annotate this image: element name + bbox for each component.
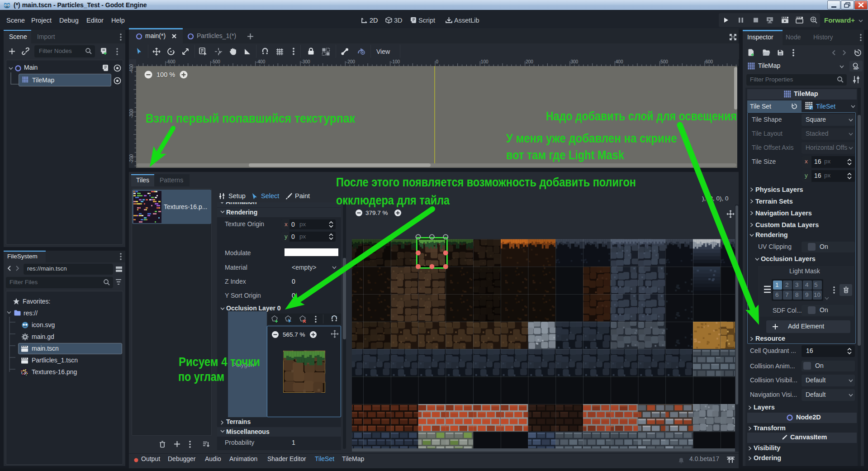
svg-text:DOC: DOC [854, 68, 858, 70]
